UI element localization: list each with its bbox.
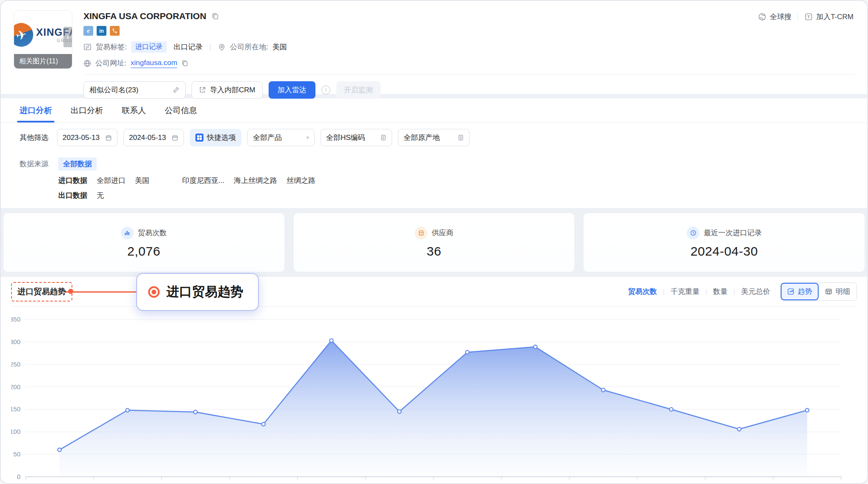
global-search-icon <box>758 13 766 21</box>
stat-value: 2024-04-30 <box>690 244 758 259</box>
stat-value: 36 <box>427 244 441 259</box>
svg-text:300: 300 <box>11 338 20 345</box>
date-to-value: 2024-05-13 <box>129 134 166 142</box>
stat-label: 最近一次进口记录 <box>704 228 762 238</box>
date-to-input[interactable]: 2024-05-13 <box>123 129 184 146</box>
calendar-icon <box>172 134 178 141</box>
target-ring-icon <box>148 286 160 298</box>
view-detail-label: 明细 <box>836 287 850 296</box>
svg-text:200: 200 <box>11 383 20 390</box>
calendar-icon <box>105 134 112 141</box>
stat-label: 贸易次数 <box>138 228 167 238</box>
import-crm-label: 导入内部CRM <box>210 85 255 95</box>
import-icon <box>199 86 206 94</box>
app-window: XINGFA GROUP 相关图片(11) › XINGFA USA CORPO… <box>0 0 868 484</box>
document-icon <box>380 134 387 141</box>
trend-section: 进口贸易趋势 贸易次数 | 千克重量 | 数量 | 美元总价 趋势 <box>1 277 867 484</box>
annotation-callout: 进口贸易趋势 <box>136 273 259 311</box>
export-data-value: 无 <box>97 191 104 200</box>
tab-bar: 进口分析 出口分析 联系人 公司信息 <box>1 98 867 123</box>
phone-icon[interactable] <box>110 26 120 36</box>
quick-options-label: 快捷选项 <box>207 133 236 142</box>
filter-bar: 其他筛选 2023-05-13 2024-05-13 <box>1 123 867 149</box>
svg-text:250: 250 <box>11 361 20 368</box>
linkedin-icon[interactable]: in <box>97 26 106 36</box>
section-title: 进口贸易趋势 <box>11 282 72 302</box>
origin-select[interactable]: 全部原产地 <box>398 129 470 146</box>
import-crm-button[interactable]: 导入内部CRM <box>192 81 263 99</box>
import-source-usa[interactable]: 美国 <box>135 176 149 185</box>
company-header: XINGFA GROUP 相关图片(11) › XINGFA USA CORPO… <box>1 1 867 94</box>
tab-import-analysis[interactable]: 进口分析 <box>20 98 52 122</box>
start-monitor-button[interactable]: 开启监测 <box>336 81 381 99</box>
metric-kg-weight[interactable]: 千克重量 <box>670 287 699 296</box>
product-select-value: 全部产品 <box>253 133 282 142</box>
logo-next-arrow-icon[interactable]: › <box>63 27 72 47</box>
other-filters-label: 其他筛选 <box>20 133 49 142</box>
import-source-indonesia[interactable]: 印度尼西亚... <box>182 176 224 185</box>
stat-card-suppliers: 供应商 36 <box>294 213 575 272</box>
tcrm-icon <box>805 13 813 21</box>
website-badge-icon[interactable]: e <box>83 26 93 36</box>
location-label: 公司所在地: <box>230 42 268 52</box>
table-icon <box>825 288 832 295</box>
hs-code-select[interactable]: 全部HS编码 <box>321 129 392 146</box>
svg-text:100: 100 <box>11 428 20 435</box>
trade-tag-label: 贸易标签: <box>96 42 127 52</box>
import-source-silkroad[interactable]: 丝绸之路 <box>286 176 315 185</box>
tab-export-analysis[interactable]: 出口分析 <box>71 98 103 122</box>
website-link[interactable]: xingfausa.com <box>131 59 178 68</box>
import-source-maritime-silkroad[interactable]: 海上丝绸之路 <box>234 176 277 185</box>
join-tcrm-button[interactable]: 加入T-CRM <box>805 12 854 22</box>
tab-contacts[interactable]: 联系人 <box>122 98 146 122</box>
date-from-input[interactable]: 2023-05-13 <box>57 129 117 146</box>
logo-globe-icon <box>14 23 33 47</box>
divider: | <box>209 43 211 51</box>
metric-usd-total[interactable]: 美元总价 <box>741 287 770 296</box>
similar-companies-label: 相似公司名(23) <box>89 85 138 95</box>
copy-website-icon[interactable] <box>181 60 189 67</box>
quick-options-button[interactable]: 快捷选项 <box>190 129 241 146</box>
tag-import-records[interactable]: 进口记录 <box>131 41 167 53</box>
bar-chart-icon <box>121 227 134 239</box>
divider: | <box>705 288 707 295</box>
tag-export-records[interactable]: 出口记录 <box>174 42 203 52</box>
data-source-section: 数据来源 全部数据 进口数据 全部进口 美国 印度尼西亚... 海上丝绸之路 丝… <box>1 149 867 208</box>
quick-options-icon <box>195 134 203 142</box>
chevron-down-icon: ▾ <box>306 134 309 141</box>
stats-row: 贸易次数 2,076 供应商 36 <box>3 213 865 272</box>
location-pin-icon <box>218 43 226 51</box>
copy-icon[interactable] <box>212 12 219 20</box>
info-icon[interactable]: ! <box>321 85 330 94</box>
view-trend-label: 趋势 <box>798 287 812 296</box>
analysis-panel: 进口分析 出口分析 联系人 公司信息 其他筛选 2023-05-13 2024-… <box>1 98 867 208</box>
document-icon <box>458 134 464 141</box>
join-radar-button[interactable]: 加入雷达 <box>269 81 315 99</box>
related-images-label[interactable]: 相关图片(11) <box>14 54 72 68</box>
import-source-all[interactable]: 全部进口 <box>97 176 126 185</box>
metric-trade-count[interactable]: 贸易次数 <box>628 287 657 296</box>
trade-tag-icon <box>83 43 92 51</box>
tab-company-info[interactable]: 公司信息 <box>165 98 197 122</box>
view-trend-button[interactable]: 趋势 <box>781 283 819 300</box>
trend-icon <box>787 288 794 295</box>
divider: | <box>733 288 735 295</box>
similar-companies-button[interactable]: 相似公司名(23) <box>83 81 186 99</box>
company-logo[interactable]: XINGFA GROUP 相关图片(11) › <box>14 10 72 69</box>
all-data-chip[interactable]: 全部数据 <box>58 157 97 171</box>
global-search-button[interactable]: 全球搜 <box>758 12 791 22</box>
export-data-label: 出口数据 <box>58 191 87 200</box>
globe-icon <box>83 60 91 67</box>
view-detail-button[interactable]: 明细 <box>819 283 857 300</box>
stat-card-last-import: 最近一次进口记录 2024-04-30 <box>584 213 865 272</box>
metric-quantity[interactable]: 数量 <box>713 287 728 296</box>
stat-value: 2,076 <box>127 244 160 259</box>
svg-text:50: 50 <box>13 450 20 458</box>
product-select[interactable]: 全部产品 ▾ <box>247 129 315 146</box>
stat-card-trade-count: 贸易次数 2,076 <box>3 213 284 272</box>
location-value: 美国 <box>272 42 287 52</box>
origin-value: 全部原产地 <box>404 133 440 142</box>
annotation-callout-title: 进口贸易趋势 <box>166 283 243 301</box>
data-source-label: 数据来源 <box>20 159 58 169</box>
trend-chart: 0501001502002503003502023-052023-062023-… <box>11 307 857 484</box>
